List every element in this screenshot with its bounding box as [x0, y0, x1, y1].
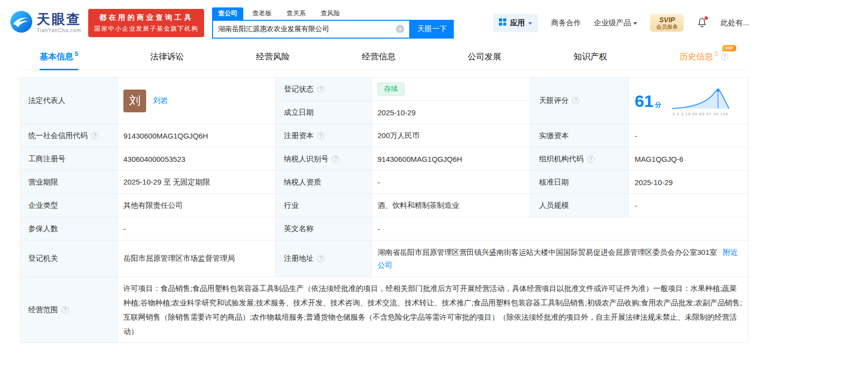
establish-date-label-cell: 成立日期 — [276, 101, 372, 124]
account-menu[interactable]: 此处有... — [720, 18, 749, 28]
taxpayer-id-value-cell: 91430600MAG1QGJQ6H — [372, 147, 531, 171]
help-icon[interactable] — [317, 255, 325, 262]
help-icon[interactable] — [587, 155, 595, 163]
nav-enterprise[interactable]: 企业级产品 — [594, 18, 637, 28]
nav-enterprise-label: 企业级产品 — [594, 18, 631, 28]
svip-label: SVIP — [656, 16, 678, 24]
search-tab-company[interactable]: 查公司 — [212, 7, 243, 20]
reg-status-value-cell: 存续 — [372, 78, 531, 101]
establish-date-value-cell: 2025-10-29 — [372, 101, 531, 124]
logo-title: 天眼查 — [37, 12, 81, 27]
tianyancha-logo-icon — [10, 10, 33, 35]
svip-service-label: 会员服务 — [656, 24, 678, 30]
reg-status-label-cell: 登记状态 — [276, 78, 372, 101]
reg-no-label: 工商注册号 — [28, 154, 65, 164]
apps-menu[interactable]: 应用 — [493, 14, 538, 32]
nav-cooperation[interactable]: 商务合作 — [551, 18, 581, 28]
search-tab-relation[interactable]: 查关系 — [280, 7, 312, 20]
clear-search-icon[interactable] — [396, 25, 404, 33]
industry-label-cell: 行业 — [276, 194, 372, 217]
insured-count-label: 参保人数 — [28, 224, 58, 234]
business-scope-label-cell: 经营范围 — [20, 277, 117, 343]
tab-basic-info-label: 基本信息 — [40, 51, 73, 62]
help-icon[interactable] — [317, 132, 325, 140]
taxpayer-id-label-cell: 纳税人识别号 — [276, 147, 372, 171]
avatar: 刘 — [123, 90, 146, 112]
reg-capital-value-cell: 200万人民币 — [372, 124, 531, 147]
help-icon[interactable] — [572, 97, 580, 104]
staff-size-label-cell: 人员规模 — [531, 194, 629, 217]
tab-intellectual-property-label: 知识产权 — [574, 51, 607, 62]
table-row: 经营范围 许可项目：食品销售;食品用塑料包装容器工具制品生产（依法须经批准的项目… — [20, 277, 749, 343]
paid-capital-label-cell: 实缴资本 — [531, 124, 629, 147]
insured-count-value-cell: - — [117, 217, 276, 240]
help-icon[interactable] — [91, 132, 99, 140]
reg-capital-label: 注册资本 — [284, 131, 314, 141]
tianyancha-logo[interactable]: 天眼查 TianYanCha.com — [10, 10, 81, 35]
tab-operating-info-label: 经营信息 — [362, 51, 395, 62]
address-label-cell: 注册地址 — [276, 240, 372, 277]
apps-label: 应用 — [510, 18, 525, 28]
address-text: 湖南省岳阳市屈原管理区营田镇兴盛南街客运站大楼中国国际贸易促进会屈原管理区委员会… — [378, 248, 717, 256]
staff-size-value-cell: - — [629, 194, 749, 217]
tab-operating-risk[interactable]: 经营风险 — [256, 44, 290, 70]
score-axis-ticks: 0 1 3 15 50 85 97 99 100 — [672, 112, 728, 116]
tab-company-development[interactable]: 公司发展 — [468, 44, 501, 70]
tab-legal-proceedings-label: 法律诉讼 — [150, 51, 184, 62]
score-label-cell: 天眼评分 — [531, 78, 629, 124]
table-row: 工商注册号 430604000053523 纳税人识别号 91430600MAG… — [20, 147, 749, 171]
search-button[interactable]: 天眼一下 — [410, 20, 454, 39]
taxpayer-qualification-label-cell: 纳税人资质 — [276, 171, 372, 194]
tab-history-info-count: 3 — [714, 50, 718, 57]
legal-rep-label: 法定代表人 — [28, 96, 65, 105]
company-type-label-cell: 企业类型 — [20, 194, 117, 217]
legal-rep-name-link[interactable]: 刘岩 — [153, 96, 168, 105]
header-right: 应用 商务合作 企业级产品 SVIP 会员服务 此处有... — [493, 14, 858, 32]
english-name-label: 英文名称 — [284, 224, 314, 234]
help-icon[interactable] — [721, 53, 728, 60]
table-row: 参保人数 - 英文名称 - — [20, 217, 749, 240]
org-code-value-cell: MAG1QGJQ-6 — [629, 147, 749, 171]
address-label: 注册地址 — [284, 254, 314, 263]
reg-authority-value-cell: 岳阳市屈原管理区市场监督管理局 — [117, 240, 276, 277]
tab-legal-proceedings[interactable]: 法律诉讼 — [150, 44, 184, 70]
notification-bell-icon[interactable] — [697, 17, 707, 29]
tab-history-info[interactable]: VIP 历史信息 3 — [679, 44, 728, 70]
reg-no-label-cell: 工商注册号 — [20, 147, 117, 171]
tab-basic-info-count: 5 — [75, 50, 78, 57]
business-scope-value-cell: 许可项目：食品销售;食品用塑料包装容器工具制品生产（依法须经批准的项目，经相关部… — [117, 277, 749, 343]
search-input[interactable] — [213, 25, 396, 33]
paid-capital-label: 实缴资本 — [539, 131, 569, 141]
tab-basic-info[interactable]: 基本信息 5 — [40, 44, 78, 70]
help-icon[interactable] — [317, 86, 325, 93]
site-header: 天眼查 TianYanCha.com 都在用的商业查询工具 国家中小企业发展子基… — [0, 0, 868, 44]
chevron-down-icon — [528, 22, 532, 25]
taxpayer-qualification-value-cell: - — [372, 171, 531, 194]
logo-subtitle: TianYanCha.com — [37, 28, 81, 33]
tab-operating-info[interactable]: 经营信息 — [362, 44, 395, 70]
section-tabbar: 基本信息 5 法律诉讼 经营风险 经营信息 公司发展 知识产权 VIP 历史信息… — [20, 44, 748, 70]
taxpayer-qualification-label: 纳税人资质 — [284, 178, 321, 187]
help-icon[interactable] — [61, 306, 69, 314]
business-scope-label: 经营范围 — [28, 305, 58, 315]
help-icon[interactable] — [332, 155, 339, 163]
search-tab-risk[interactable]: 查风险 — [315, 7, 346, 20]
tab-operating-risk-label: 经营风险 — [256, 51, 290, 62]
tab-history-info-label: 历史信息 — [679, 51, 713, 62]
org-code-label: 组织机构代码 — [539, 154, 584, 164]
vip-flag-badge: VIP — [722, 45, 736, 51]
search-box — [212, 20, 410, 39]
svip-member-button[interactable]: SVIP 会员服务 — [650, 14, 684, 32]
credit-code-label-cell: 统一社会信用代码 — [20, 124, 117, 147]
tab-intellectual-property[interactable]: 知识产权 — [574, 44, 607, 70]
approved-date-value-cell: 2025-10-29 — [629, 171, 749, 194]
staff-size-label: 人员规模 — [539, 201, 569, 210]
search-tab-boss[interactable]: 查老板 — [246, 7, 277, 20]
company-type-value-cell: 其他有限责任公司 — [117, 194, 276, 217]
table-row: 企业类型 其他有限责任公司 行业 酒、饮料和精制茶制造业 人员规模 - — [20, 194, 749, 217]
apps-grid-icon — [499, 18, 506, 27]
org-code-label-cell: 组织机构代码 — [531, 147, 629, 171]
legal-rep-label-cell: 法定代表人 — [20, 78, 117, 124]
page: 天眼查 TianYanCha.com 都在用的商业查询工具 国家中小企业发展子基… — [0, 0, 868, 383]
company-type-label: 企业类型 — [28, 201, 58, 210]
